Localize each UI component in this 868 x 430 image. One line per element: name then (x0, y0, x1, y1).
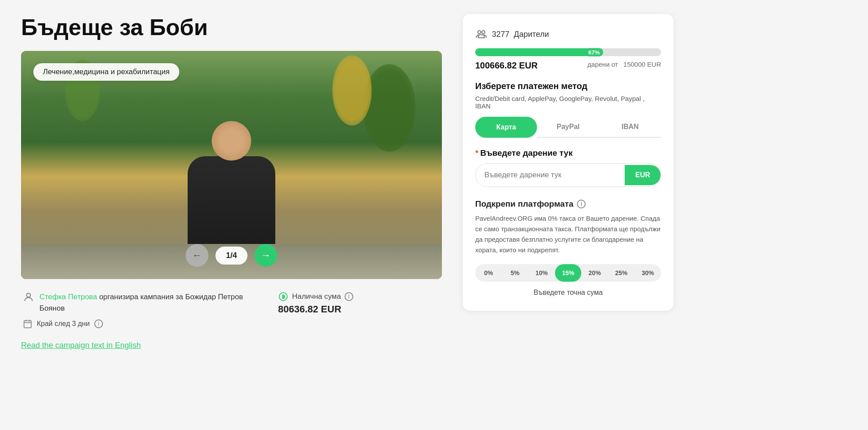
pct-30[interactable]: 30% (634, 264, 661, 282)
tab-card[interactable]: Карта (475, 117, 537, 138)
donation-input-label: *Въведете дарение тук (475, 148, 661, 158)
payment-method-title: Изберете платежен метод (475, 81, 661, 91)
read-english-link[interactable]: Read the campaign text in English (21, 341, 442, 350)
amount-raised: 100666.82 EUR (475, 61, 537, 71)
payment-methods-text: Credit/Debit card, ApplePay, GooglePay, … (475, 95, 661, 110)
available-label: Налична сума i (278, 291, 353, 302)
svg-point-7 (482, 31, 485, 34)
tab-paypal[interactable]: PayPal (537, 117, 599, 138)
available-label-text: Налична сума (292, 292, 341, 301)
progress-bar-container: 67% (475, 48, 661, 56)
page-title: Бъдеще за Боби (21, 14, 442, 40)
progress-badge: 67% (585, 48, 603, 57)
currency-button[interactable]: EUR (625, 165, 661, 185)
deadline-info-icon[interactable]: i (94, 319, 103, 328)
donation-panel: 3277 Дарители 67% 100666.82 EUR дарени о… (463, 14, 673, 311)
available-info-icon[interactable]: i (345, 292, 353, 301)
donation-input[interactable] (476, 164, 625, 186)
left-column: Бъдеще за Боби Леч (21, 14, 442, 350)
available-block: Налична сума i 80636.82 EUR (278, 291, 353, 315)
svg-point-6 (478, 31, 481, 34)
svg-rect-1 (24, 321, 32, 328)
pct-20[interactable]: 20% (581, 264, 608, 282)
image-slider: Лечение,медицина и рехабилитация ← 1/4 → (21, 51, 442, 279)
deadline-block: Край след 3 дни i (23, 319, 243, 329)
slider-next-button[interactable]: → (255, 244, 277, 267)
donors-row: 3277 Дарители (475, 28, 661, 40)
progress-amounts: 100666.82 EUR дарени от 150000 EUR (475, 61, 661, 71)
support-section-title: Подкрепи платформата i (475, 199, 661, 209)
donors-count: 3277 (492, 30, 509, 39)
deadline-label: Край след 3 дни (37, 320, 90, 328)
support-info-icon[interactable]: i (577, 200, 586, 208)
asterisk: * (475, 148, 478, 158)
slider-counter: 1/4 (215, 247, 247, 265)
calendar-icon (23, 319, 32, 329)
donors-label: Дарители (514, 30, 549, 39)
amount-goal-value: 150000 EUR (623, 61, 661, 68)
support-description: PavelAndreev.ORG има 0% такса от Вашето … (475, 213, 661, 255)
donors-icon (475, 28, 487, 40)
category-badge: Лечение,медицина и рехабилитация (33, 63, 179, 81)
pct-0[interactable]: 0% (475, 264, 502, 282)
amount-goal: дарени от 150000 EUR (587, 61, 661, 71)
coin-icon (278, 291, 288, 302)
organizer-link[interactable]: Стефка Петрова (39, 293, 97, 301)
pct-15[interactable]: 15% (555, 264, 582, 282)
organizer-block: Стефка Петрова организира кампания за Бо… (23, 291, 243, 314)
organizer-section: Стефка Петрова организира кампания за Бо… (23, 291, 243, 329)
tab-iban[interactable]: IBAN (599, 117, 661, 138)
progress-fill: 67% (475, 48, 600, 56)
available-amount: 80636.82 EUR (278, 304, 353, 315)
meta-row: Стефка Петрова организира кампания за Бо… (21, 291, 442, 329)
pct-10[interactable]: 10% (528, 264, 555, 282)
amount-goal-prefix: дарени от (587, 61, 618, 68)
organizer-text: Стефка Петрова организира кампания за Бо… (39, 291, 243, 314)
slider-prev-button[interactable]: ← (185, 244, 208, 267)
right-column: 3277 Дарители 67% 100666.82 EUR дарени о… (463, 14, 673, 350)
donation-input-row: EUR (475, 163, 661, 187)
payment-tabs: Карта PayPal IBAN (475, 117, 661, 138)
pct-5[interactable]: 5% (502, 264, 529, 282)
pct-25[interactable]: 25% (608, 264, 635, 282)
pct-slider-row: 0% 5% 10% 15% 20% 25% 30% (475, 264, 661, 282)
svg-point-0 (27, 293, 31, 297)
user-icon (23, 291, 34, 303)
slider-controls: ← 1/4 → (185, 244, 277, 267)
enter-exact-label: Въведете точна сума (475, 289, 661, 297)
